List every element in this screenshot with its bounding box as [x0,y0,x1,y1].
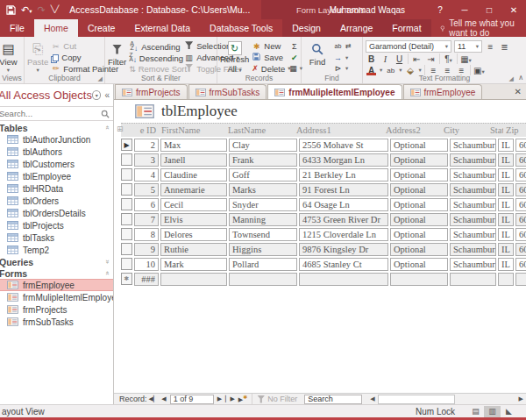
scrollbar-thumb[interactable] [378,395,455,404]
nav-item-tblAuthors[interactable]: tblAuthors [0,146,113,158]
cell[interactable] [450,273,496,286]
cell[interactable]: Delores [160,228,227,241]
record-selector[interactable] [121,183,132,196]
cell[interactable]: 60193 [515,168,526,182]
nav-item-tblOrders[interactable]: tblOrders [0,195,113,207]
layout-selector-icon[interactable]: ⊞ [117,125,124,133]
cell[interactable]: Schaumburg [450,213,496,226]
cell[interactable]: Janell [160,153,227,167]
record-selector[interactable] [121,258,132,270]
cell[interactable]: Higgins [229,243,297,256]
cell[interactable]: Schaumburg [450,198,496,211]
cell[interactable]: 60194 [515,198,526,211]
cell[interactable]: Max [160,139,227,152]
cell[interactable]: Optional [390,183,448,196]
cell[interactable]: 9876 Kingsley Dr [299,243,388,256]
cell[interactable]: Optional [390,228,448,241]
new-record-selector[interactable]: ✱ [121,273,132,285]
cell[interactable]: Optional [390,168,448,182]
goto-button[interactable]: →▾ [333,53,352,63]
doc-tab-frmEmployee[interactable]: frmEmployee [403,84,483,99]
cell[interactable]: Claudine [160,168,227,182]
ribbon-tab-format[interactable]: Format [382,19,430,37]
cell[interactable]: 8 [134,228,159,241]
cell[interactable]: 60192 [515,153,526,167]
cell[interactable]: 9 [134,243,159,256]
record-selector[interactable] [121,198,132,210]
cell[interactable]: Cecil [160,198,227,211]
new-record-button[interactable]: ✱New [252,41,287,52]
cell[interactable]: IL [498,243,514,256]
cell[interactable]: 64 Osage Ln [299,198,388,211]
cell[interactable]: 60192 [515,183,526,196]
cell[interactable]: 10 [134,258,159,271]
cell[interactable] [390,273,448,286]
cell[interactable]: 7 [134,213,159,226]
no-filter-button[interactable]: No Filter [252,394,302,404]
save-record-button[interactable]: Save [252,53,287,63]
cell[interactable] [498,273,514,286]
nav-item-tblProjects[interactable]: tblProjects [0,219,113,231]
cell[interactable] [515,273,526,286]
cell[interactable]: 1215 Cloverdale Ln [299,228,388,241]
close-button[interactable]: ✕ [501,0,526,19]
close-document-icon[interactable]: ✕ [515,87,522,96]
form-view-button[interactable]: ▤ [467,406,484,417]
cell[interactable]: 60194 [515,228,526,241]
cell[interactable]: Pollard [229,258,297,271]
nav-item-tblOrdersDetails[interactable]: tblOrdersDetails [0,207,113,219]
ribbon-tab-create[interactable]: Create [78,19,125,37]
column-header-LastName[interactable]: LastName [225,125,294,135]
nav-item-frmProjects[interactable]: frmProjects [0,303,113,316]
last-record-icon[interactable]: ▏▶ [224,395,237,402]
cell[interactable]: IL [498,198,514,211]
bullets-icon[interactable]: ≣ [499,42,510,52]
cell[interactable] [299,273,388,286]
cell[interactable]: 6 [134,198,159,211]
ribbon-tab-arrange[interactable]: Arrange [331,19,382,37]
cell[interactable]: Elvis [160,213,227,226]
underline-button[interactable]: U [394,54,405,64]
nav-item-Temp2[interactable]: Temp2 [0,244,113,256]
font-name-combo[interactable]: Garamond (Detail)▾ [366,40,451,53]
cell[interactable]: IL [498,213,514,226]
cell[interactable]: Optional [390,153,448,167]
column-header-Address2[interactable]: Address2 [383,125,441,135]
nav-group-forms[interactable]: Forms« [0,267,113,279]
shutter-bar-close-icon[interactable]: « [104,90,110,100]
cell[interactable]: Goff [229,168,297,182]
find-button[interactable]: Find [304,39,331,74]
column-header-Zip[interactable]: Zip [503,125,526,135]
cell[interactable]: Manning [229,213,297,226]
cell[interactable]: ### [134,273,159,286]
totals-button[interactable]: Σ [289,41,300,52]
ribbon-tab-home[interactable]: Home [34,19,78,37]
cell[interactable]: Optional [390,243,448,256]
numbering-icon[interactable]: ≡ [485,42,496,52]
ribbon-tab-external-data[interactable]: External Data [124,19,200,37]
collapse-group-icon[interactable]: « [103,271,110,274]
cell[interactable]: 5 [134,183,159,196]
collapse-ribbon-icon[interactable]: ∧ [518,74,523,82]
customize-qat-icon[interactable]: ╲╱ [51,6,60,13]
nav-item-frmSubTasks[interactable]: frmSubTasks [0,316,113,328]
record-selector[interactable] [121,228,132,240]
next-record-icon[interactable]: ▶ [216,395,224,402]
cell[interactable]: 91 Forest Ln [299,183,388,196]
new-blank-record-icon[interactable]: ▶✱ [237,394,249,403]
nav-item-frmEmployee[interactable]: frmEmployee [0,279,113,291]
cell[interactable]: Optional [390,213,448,226]
cell[interactable]: IL [498,139,514,152]
cell[interactable]: Annemarie [160,183,227,196]
font-size-combo[interactable]: 11▾ [454,40,482,53]
doc-tab-frmSubTasks[interactable]: frmSubTasks [188,84,267,99]
cell[interactable]: Frank [229,153,297,167]
view-button[interactable]: ▤ View▾ [0,39,21,74]
cell[interactable]: 60194 [515,258,526,271]
cell[interactable]: Schaumburg [450,228,496,241]
cell[interactable]: Optional [390,139,448,152]
collapse-group-icon[interactable]: « [103,125,110,129]
save-icon[interactable] [6,5,16,15]
layout-view-button[interactable]: ▥ [484,406,501,417]
refresh-all-button[interactable]: ↻ RefreshAll ▾ [220,39,249,74]
